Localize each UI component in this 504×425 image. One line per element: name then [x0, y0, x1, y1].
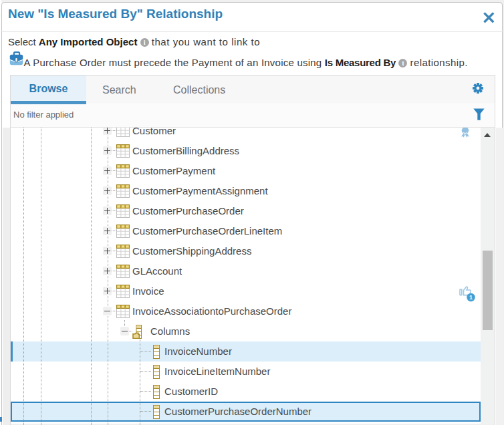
svg-text:1: 1 — [469, 294, 473, 301]
